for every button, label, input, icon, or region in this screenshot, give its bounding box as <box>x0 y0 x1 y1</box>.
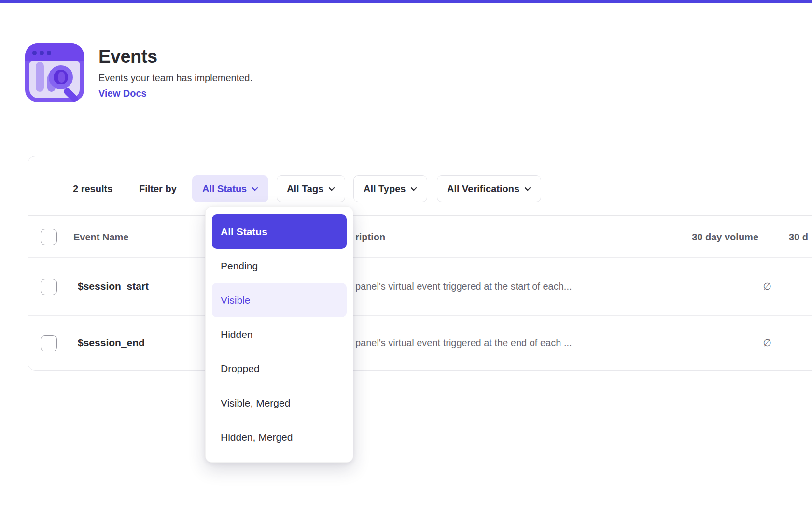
chevron-down-icon <box>410 186 417 192</box>
filter-chip-types[interactable]: All Types <box>353 175 427 202</box>
status-option-hidden[interactable]: Hidden <box>212 317 347 351</box>
page-title: Events <box>98 46 157 67</box>
chevron-down-icon <box>524 186 531 192</box>
event-name-cell[interactable]: $session_start <box>78 281 149 292</box>
event-name-cell[interactable]: $session_end <box>78 337 145 349</box>
status-option-dropped[interactable]: Dropped <box>212 351 347 386</box>
icon-window-dot <box>40 51 44 55</box>
filter-chip-verifications[interactable]: All Verifications <box>437 175 541 202</box>
filter-chip-tags[interactable]: All Tags <box>277 175 345 202</box>
vertical-divider <box>126 178 126 199</box>
row-checkbox[interactable] <box>41 335 57 351</box>
filter-chip-status[interactable]: All Status <box>192 175 268 202</box>
status-option-pending[interactable]: Pending <box>212 249 347 283</box>
chevron-down-icon <box>328 186 335 192</box>
icon-window-dot <box>32 51 37 55</box>
top-accent-bar <box>0 0 812 3</box>
table-header-row: Event Name ription 30 day volume 30 d <box>28 215 812 258</box>
table-row[interactable]: $session_start panel's virtual event tri… <box>28 258 812 316</box>
row-checkbox[interactable] <box>41 279 57 295</box>
page-subtitle: Events your team has implemented. <box>98 72 252 84</box>
status-option-visible[interactable]: Visible <box>212 283 347 317</box>
chevron-down-icon <box>252 186 258 192</box>
filter-by-label: Filter by <box>139 183 177 195</box>
filter-chip-types-label: All Types <box>364 183 406 195</box>
select-all-checkbox[interactable] <box>41 229 57 245</box>
column-header-cutoff[interactable]: 30 d <box>789 232 808 243</box>
status-filter-dropdown-menu: All Status Pending Visible Hidden Droppe… <box>205 206 353 463</box>
filter-chip-status-label: All Status <box>202 183 247 195</box>
icon-magnifier-handle <box>62 86 79 102</box>
events-illustration-icon <box>25 43 84 102</box>
event-description-cell: panel's virtual event triggered at the e… <box>355 337 572 349</box>
column-header-event-name[interactable]: Event Name <box>73 232 129 243</box>
icon-chart-bar <box>36 62 44 92</box>
icon-magnifier-highlight <box>58 72 65 83</box>
icon-window-body <box>29 61 80 98</box>
icon-window-titlebar <box>25 43 84 61</box>
results-count: 2 results <box>73 183 112 195</box>
filter-chip-verifications-label: All Verifications <box>447 183 519 195</box>
status-option-hidden-merged[interactable]: Hidden, Merged <box>212 420 347 454</box>
column-header-30-day-volume[interactable]: 30 day volume <box>623 232 758 243</box>
events-table-card: 2 results Filter by All Status All Tags … <box>28 156 812 371</box>
view-docs-link[interactable]: View Docs <box>98 88 147 99</box>
table-row[interactable]: $session_end panel's virtual event trigg… <box>28 316 812 371</box>
column-header-description-fragment[interactable]: ription <box>355 232 385 243</box>
status-option-visible-merged[interactable]: Visible, Merged <box>212 386 347 420</box>
event-description-cell: panel's virtual event triggered at the s… <box>355 281 572 292</box>
status-option-all-status[interactable]: All Status <box>212 214 347 249</box>
icon-window-dot <box>47 51 51 55</box>
event-volume-cell: ∅ <box>636 281 771 292</box>
filter-chip-tags-label: All Tags <box>287 183 323 195</box>
event-volume-cell: ∅ <box>636 337 771 349</box>
